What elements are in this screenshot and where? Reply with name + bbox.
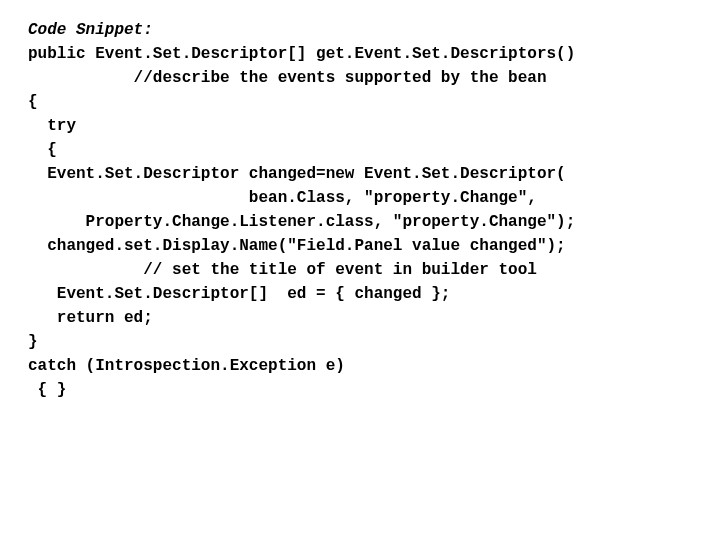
- code-line: {: [28, 90, 692, 114]
- code-line: Property.Change.Listener.class, "propert…: [28, 210, 692, 234]
- code-snippet-block: Code Snippet: public Event.Set.Descripto…: [0, 0, 720, 420]
- code-line: changed.set.Display.Name("Field.Panel va…: [28, 234, 692, 258]
- code-line: {: [28, 138, 692, 162]
- code-line: Event.Set.Descriptor changed=new Event.S…: [28, 162, 692, 186]
- code-heading: Code Snippet:: [28, 18, 692, 42]
- code-line: { }: [28, 378, 692, 402]
- code-line: }: [28, 330, 692, 354]
- code-line: bean.Class, "property.Change",: [28, 186, 692, 210]
- code-line: try: [28, 114, 692, 138]
- code-line: return ed;: [28, 306, 692, 330]
- code-line: catch (Introspection.Exception e): [28, 354, 692, 378]
- code-line: //describe the events supported by the b…: [28, 66, 692, 90]
- code-line: Event.Set.Descriptor[] ed = { changed };: [28, 282, 692, 306]
- code-line: public Event.Set.Descriptor[] get.Event.…: [28, 42, 692, 66]
- code-line: // set the title of event in builder too…: [28, 258, 692, 282]
